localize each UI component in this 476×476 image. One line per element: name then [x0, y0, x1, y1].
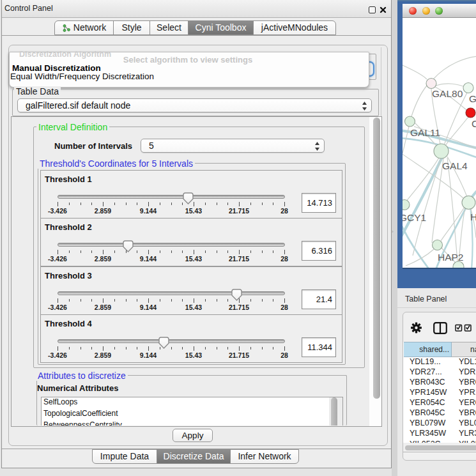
svg-text:GAL4: GAL4: [442, 160, 468, 171]
svg-text:GAL80: GAL80: [432, 88, 463, 99]
svg-text:GCY1: GCY1: [403, 212, 426, 223]
svg-text:GAL11: GAL11: [410, 127, 440, 138]
svg-text:HAP2: HAP2: [438, 252, 464, 263]
svg-text:H: H: [470, 211, 476, 222]
svg-text:C: C: [472, 118, 476, 129]
svg-text:GA: GA: [469, 93, 476, 104]
